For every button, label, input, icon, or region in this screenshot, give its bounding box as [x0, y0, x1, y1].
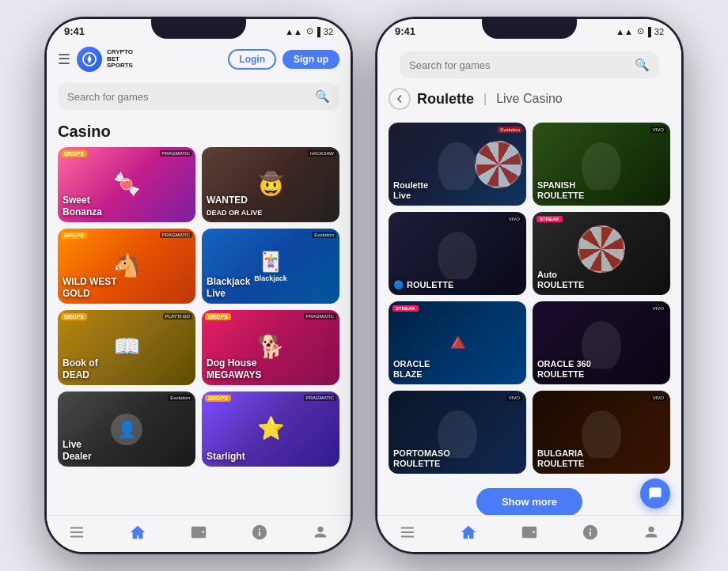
game-label-dh: Dog HouseMEGAWAYS [207, 357, 335, 380]
phone-1-inner: 9:41 ▲▲ ⊙ ▌32 ☰ CRYPTO BET SPORTS Login … [47, 19, 351, 552]
game-badge-sb: DROPS [61, 150, 87, 157]
roulette-card-8[interactable]: VIVO BULGARIAROULETTE [533, 391, 670, 474]
game-dog-house[interactable]: 🐕 DROPS PRAGMATIC Dog HouseMEGAWAYS [202, 310, 339, 385]
roulette-card-2[interactable]: VIVO SPANISHROULETTE [533, 123, 670, 206]
roulette-card-1[interactable]: Evolution RouletteLive [389, 123, 526, 206]
roulette-label-5: ORACLEBLAZE [393, 359, 521, 380]
svg-rect-5 [401, 531, 415, 533]
roulette-label-4: AutoROULETTE [537, 270, 665, 290]
notch-1 [151, 17, 246, 39]
vivo-badge-8: VIVO [650, 395, 666, 401]
nav-promotions-2[interactable] [582, 524, 599, 541]
streak-badge-5: STREAK [392, 305, 419, 312]
bottom-nav-1 [47, 515, 351, 552]
vivo-badge-7: VIVO [506, 395, 522, 401]
game-provider-bj: Evolution [312, 232, 336, 238]
roulette-card-6[interactable]: VIVO ORACLE 360ROULETTE [533, 301, 670, 384]
live-casino-title: Live Casino [496, 92, 563, 106]
casino-section-title: Casino [47, 115, 351, 147]
game-provider-wanted: HACKSAW [308, 150, 336, 157]
game-label-bod: Book ofDEAD [63, 357, 191, 380]
phone-1-content[interactable]: ☰ CRYPTO BET SPORTS Login Sign up 🔍 Casi… [47, 40, 351, 515]
phone-1: 9:41 ▲▲ ⊙ ▌32 ☰ CRYPTO BET SPORTS Login … [44, 17, 353, 554]
login-button[interactable]: Login [228, 49, 276, 70]
search-icon-2: 🔍 [635, 58, 650, 72]
svg-rect-2 [70, 531, 84, 533]
chat-bubble-2[interactable] [640, 478, 670, 509]
vivo-badge-6: VIVO [650, 305, 666, 312]
svg-rect-6 [401, 536, 415, 538]
show-more-button[interactable]: Show more [476, 488, 582, 515]
evolution-badge-1: Evolution [498, 127, 522, 133]
logo-icon [77, 47, 102, 72]
vivo-badge-2: VIVO [650, 127, 666, 133]
roulette-label-6: ORACLE 360ROULETTE [537, 359, 665, 380]
nav-promotions[interactable] [251, 524, 268, 541]
search-input-1[interactable] [67, 91, 309, 103]
nav-home[interactable] [129, 524, 146, 541]
game-provider-dh: PRAGMATIC [304, 313, 336, 320]
game-starlight[interactable]: ⭐ DROPS PRAGMATIC Starlight [202, 391, 339, 467]
game-emoji-sl: ⭐ [257, 415, 285, 441]
search-input-2[interactable] [409, 59, 628, 71]
nav-wallet-2[interactable] [521, 524, 538, 541]
bottom-nav-2 [377, 515, 681, 552]
game-badge-ww: DROPS [61, 232, 87, 239]
game-live-dealer[interactable]: 👤 Evolution LiveDealer [58, 391, 195, 467]
status-time-1: 9:41 [64, 25, 85, 37]
roulette-card-7[interactable]: VIVO PORTOMASOROULETTE [389, 391, 526, 474]
battery-icon: ▌32 [317, 27, 333, 36]
svg-rect-1 [70, 528, 84, 529]
nav-profile[interactable] [312, 524, 329, 541]
roulette-card-5[interactable]: 🔺 STREAK ORACLEBLAZE [389, 301, 526, 384]
app-header-1: ☰ CRYPTO BET SPORTS Login Sign up [47, 40, 351, 78]
nav-profile-2[interactable] [643, 524, 660, 541]
game-emoji: 🍬 [113, 171, 141, 197]
game-sweet-bonanza[interactable]: 🍬 DROPS PRAGMATIC SweetBonanza [58, 147, 195, 222]
search-bar-1[interactable]: 🔍 [58, 83, 339, 110]
roulette-label-2: SPANISHROULETTE [537, 180, 665, 201]
games-grid-1: 🍬 DROPS PRAGMATIC SweetBonanza 🤠 HACKSAW… [47, 147, 351, 475]
roulette-label-1: RouletteLive [393, 180, 521, 201]
roulette-card-3[interactable]: VIVO 🔵 ROULETTE [389, 212, 526, 295]
battery-icon-2: ▌32 [648, 27, 664, 36]
game-book-of-dead[interactable]: 📖 DROPS PLAY'N GO Book ofDEAD [58, 310, 195, 385]
nav-menu[interactable] [68, 524, 85, 541]
signal-icon: ▲▲ [285, 27, 302, 36]
nav-menu-2[interactable] [399, 524, 416, 541]
logo-area: CRYPTO BET SPORTS [77, 47, 222, 72]
game-label-wanted: WANTEDDEAD OR ALIVE [207, 195, 335, 217]
search-bar-2[interactable]: 🔍 [400, 51, 659, 78]
section-separator: | [483, 92, 487, 106]
phone2-header: 🔍 Roulette | Live Casino [377, 40, 681, 123]
game-badge-sl: DROPS [205, 395, 231, 402]
roulette-label-7: PORTOMASOROULETTE [393, 448, 521, 469]
game-wanted[interactable]: 🤠 HACKSAW WANTEDDEAD OR ALIVE [202, 147, 339, 222]
game-emoji-wanted: 🤠 [257, 171, 285, 197]
roulette-section-title: Roulette [417, 91, 474, 108]
game-label-ld: LiveDealer [63, 439, 191, 462]
svg-rect-4 [401, 528, 415, 529]
phone-2-inner: 9:41 ▲▲ ⊙ ▌32 🔍 Roulette [377, 19, 681, 552]
signal-icon-2: ▲▲ [616, 27, 633, 36]
wifi-icon: ⊙ [306, 26, 313, 36]
svg-rect-3 [70, 536, 84, 538]
game-wild-west[interactable]: 🐴 DROPS PRAGMATIC WILD WESTGOLD [58, 229, 195, 304]
signup-button[interactable]: Sign up [282, 50, 339, 69]
roulette-card-4[interactable]: STREAK AutoROULETTE [533, 212, 670, 295]
vivo-badge-3: VIVO [506, 216, 522, 222]
phone-2-content[interactable]: 🔍 Roulette | Live Casino [377, 40, 681, 515]
game-provider-sb: PRAGMATIC [160, 150, 192, 157]
back-button[interactable] [389, 88, 411, 110]
phone-2: 9:41 ▲▲ ⊙ ▌32 🔍 Roulette [375, 17, 684, 554]
hamburger-icon[interactable]: ☰ [58, 51, 70, 68]
status-icons-1: ▲▲ ⊙ ▌32 [285, 26, 333, 36]
game-blackjack[interactable]: 🃏 Blackjack Evolution BlackjackLive [202, 229, 339, 304]
status-icons-2: ▲▲ ⊙ ▌32 [616, 26, 664, 36]
streak-badge-4: STREAK [537, 216, 563, 222]
nav-wallet[interactable] [190, 524, 207, 541]
search-icon-1: 🔍 [315, 89, 330, 104]
nav-home-2[interactable] [460, 524, 477, 541]
game-label-sl: Starlight [207, 451, 335, 462]
status-time-2: 9:41 [395, 25, 415, 37]
